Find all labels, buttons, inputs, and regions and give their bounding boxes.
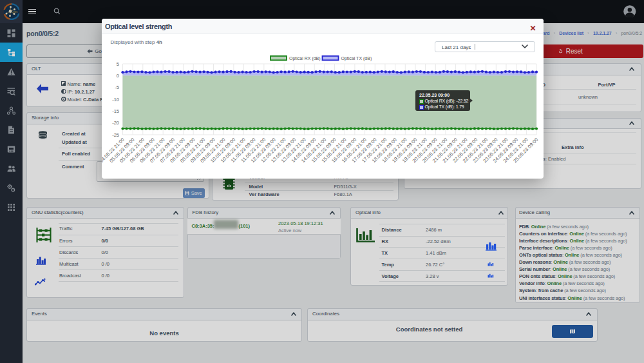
svg-text:0: 0 bbox=[116, 73, 118, 79]
svg-text:5: 5 bbox=[116, 61, 118, 67]
svg-text:-10: -10 bbox=[112, 97, 119, 103]
svg-text:Optical RX (dB): Optical RX (dB) bbox=[289, 56, 321, 61]
svg-text:-25: -25 bbox=[112, 132, 119, 138]
svg-text:-5: -5 bbox=[115, 84, 119, 90]
svg-text:Optical TX (dB): Optical TX (dB) bbox=[341, 56, 372, 61]
svg-text:-20: -20 bbox=[112, 120, 119, 126]
svg-text:-15: -15 bbox=[112, 108, 119, 114]
